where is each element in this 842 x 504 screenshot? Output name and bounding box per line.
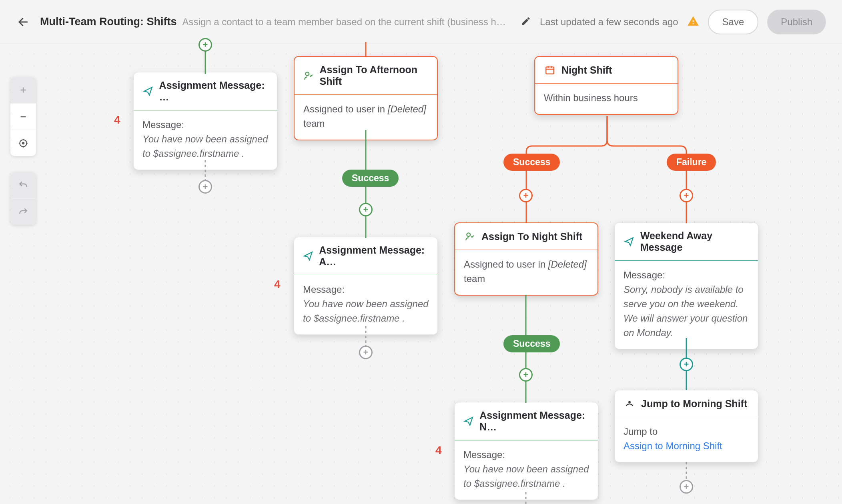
body-label: Jump to [623,424,749,439]
body-post: team [464,273,485,284]
node-header: Assign To Night Shift [455,223,597,250]
node-title: Night Shift [561,64,612,76]
node-title: Assign To Afternoon Shift [320,64,428,87]
undo-button[interactable] [10,172,36,198]
node-title: Assignment Message: A… [319,244,429,268]
add-step-button[interactable]: + [359,346,373,359]
body-text: You have now been assigned to $assignee.… [463,462,589,491]
success-pill: Success [503,154,560,171]
node-header: Night Shift [535,57,678,84]
body-pre: Assigned to user in [303,104,388,114]
body-pre: Assigned to user in [464,259,548,270]
body-label: Message: [303,282,429,297]
header: Multi-Team Routing: Shifts Assign a cont… [0,0,842,44]
body-post: team [303,118,325,129]
publish-button[interactable]: Publish [767,10,826,34]
warning-icon [687,15,699,29]
zoom-in-button[interactable] [10,77,36,103]
body-label: Message: [142,118,268,132]
node-header: Assignment Message: A… [294,237,437,275]
canvas-toolbar [10,77,36,225]
body-text: Sorry, nobody is available to serve you … [623,282,749,340]
body-deleted: [Deleted] [388,104,426,114]
edit-icon[interactable] [521,16,531,28]
body-text: You have now been assigned to $assignee.… [142,132,268,161]
add-step-button[interactable]: + [680,480,693,494]
node-header: Assignment Message: … [134,72,277,110]
send-icon [463,415,474,427]
node-title: Jump to Morning Shift [641,398,747,410]
node-title: Assignment Message: … [159,80,268,103]
page-title: Multi-Team Routing: Shifts [40,16,176,28]
workflow-canvas[interactable]: + Assignment Message: … Message: You hav… [0,44,842,504]
node-assign-afternoon[interactable]: Assign To Afternoon Shift Assigned to us… [294,56,438,140]
zoom-out-button[interactable] [10,103,36,130]
node-title: Assign To Night Shift [481,231,582,242]
node-assignment-message-1[interactable]: Assignment Message: … Message: You have … [133,72,277,170]
user-check-icon [464,230,476,242]
error-badge: 4 [114,114,120,126]
calendar-icon [544,64,556,76]
jump-link[interactable]: Assign to Morning Shift [623,439,749,453]
failure-pill: Failure [667,154,716,171]
node-assignment-message-3[interactable]: Assignment Message: N… Message: You have… [454,402,598,500]
node-header: Weekend Away Message [615,223,758,261]
history-group [10,172,36,225]
node-header: Jump to Morning Shift [615,390,758,417]
add-step-button[interactable]: + [359,203,373,216]
header-actions: Last updated a few seconds ago Save Publ… [521,10,826,34]
page-subtitle: Assign a contact to a team member based … [182,16,511,28]
send-icon [623,236,635,248]
zoom-group [10,77,36,156]
user-check-icon [303,70,314,82]
add-step-button[interactable]: + [198,180,212,194]
error-badge: 4 [274,278,281,291]
back-button[interactable] [16,15,30,29]
svg-point-5 [22,142,24,144]
body-deleted: [Deleted] [548,259,587,270]
jump-icon [623,398,636,410]
node-body: Within business hours [535,84,678,114]
node-body: Message: Sorry, nobody is available to s… [615,261,758,349]
node-title: Weekend Away Message [640,230,749,253]
last-updated: Last updated a few seconds ago [540,16,678,28]
node-header: Assignment Message: N… [455,402,598,440]
node-header: Assign To Afternoon Shift [295,57,437,95]
node-night-shift[interactable]: Night Shift Within business hours [534,56,678,115]
title-block: Multi-Team Routing: Shifts Assign a cont… [40,16,511,28]
node-assignment-message-2[interactable]: Assignment Message: A… Message: You have… [294,237,438,335]
node-body: Jump to Assign to Morning Shift [615,417,758,462]
add-step-button[interactable]: + [680,189,693,202]
add-step-button[interactable]: + [519,368,533,382]
svg-point-19 [306,72,309,76]
save-button[interactable]: Save [708,10,759,34]
body-label: Message: [463,448,589,462]
body-label: Message: [623,268,749,282]
node-assign-night[interactable]: Assign To Night Shift Assigned to user i… [454,222,598,296]
error-badge: 4 [435,444,442,457]
redo-button[interactable] [10,198,36,225]
svg-rect-20 [546,67,554,74]
svg-point-24 [467,233,470,236]
node-jump-morning[interactable]: Jump to Morning Shift Jump to Assign to … [614,390,758,462]
add-step-button[interactable]: + [198,38,212,52]
body-text: You have now been assigned to $assignee.… [303,297,429,326]
add-step-button[interactable]: + [680,358,693,371]
success-pill: Success [503,335,560,352]
node-weekend-away[interactable]: Weekend Away Message Message: Sorry, nob… [614,222,758,349]
recenter-button[interactable] [10,130,36,156]
send-icon [303,250,313,262]
svg-point-25 [629,402,630,403]
node-title: Assignment Message: N… [479,410,589,433]
node-body: Assigned to user in [Deleted] team [455,250,597,295]
add-step-button[interactable]: + [519,189,533,202]
send-icon [142,85,154,97]
node-body: Message: You have now been assigned to $… [294,275,437,334]
node-body: Message: You have now been assigned to $… [455,440,598,500]
success-pill: Success [342,170,399,187]
body-text: Within business hours [544,92,638,103]
